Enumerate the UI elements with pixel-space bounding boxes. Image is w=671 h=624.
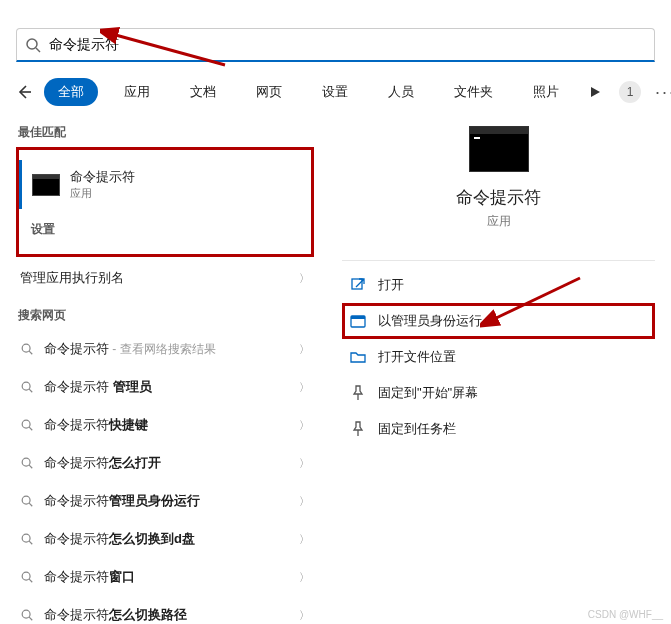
web-result-item[interactable]: 命令提示符 管理员 〉 <box>16 368 314 406</box>
svg-line-6 <box>29 389 32 392</box>
results-column: 最佳匹配 命令提示符 应用 设置 管理应用执行别名 〉 搜索网页 命令提示符 -… <box>16 114 318 624</box>
svg-line-10 <box>29 465 32 468</box>
chevron-right-icon: 〉 <box>299 532 310 547</box>
chevron-right-icon: 〉 <box>299 608 310 623</box>
best-match-box: 命令提示符 应用 设置 <box>16 147 314 257</box>
section-settings: 设置 <box>29 209 301 238</box>
chevron-right-icon: 〉 <box>299 570 310 585</box>
play-icon <box>589 86 601 98</box>
web-result-item[interactable]: 命令提示符怎么打开 〉 <box>16 444 314 482</box>
svg-point-11 <box>22 496 30 504</box>
search-icon <box>25 37 41 53</box>
svg-point-13 <box>22 534 30 542</box>
svg-rect-21 <box>351 316 365 319</box>
web-result-item[interactable]: 命令提示符 - 查看网络搜索结果 〉 <box>16 330 314 368</box>
search-icon <box>20 608 34 622</box>
best-match-item[interactable]: 命令提示符 应用 <box>19 160 301 209</box>
chevron-right-icon: 〉 <box>299 418 310 433</box>
search-icon <box>20 570 34 584</box>
app-icon-large <box>469 126 529 172</box>
action-open[interactable]: 打开 <box>342 267 655 303</box>
pin-icon <box>350 385 366 401</box>
search-icon <box>20 456 34 470</box>
svg-point-17 <box>22 610 30 618</box>
tab-all[interactable]: 全部 <box>44 78 98 106</box>
tab-people[interactable]: 人员 <box>374 78 428 106</box>
svg-point-15 <box>22 572 30 580</box>
action-folder[interactable]: 打开文件位置 <box>342 339 655 375</box>
chevron-right-icon: 〉 <box>299 456 310 471</box>
tab-docs[interactable]: 文档 <box>176 78 230 106</box>
web-result-item[interactable]: 命令提示符管理员身份运行 〉 <box>16 482 314 520</box>
more-button[interactable]: ··· <box>655 82 671 103</box>
tab-web[interactable]: 网页 <box>242 78 296 106</box>
svg-line-18 <box>29 617 32 620</box>
settings-item[interactable]: 管理应用执行别名 〉 <box>16 259 314 297</box>
action-pin[interactable]: 固定到"开始"屏幕 <box>342 375 655 411</box>
notification-badge[interactable]: 1 <box>619 81 641 103</box>
svg-rect-19 <box>352 279 362 289</box>
best-match-name: 命令提示符 <box>70 168 135 186</box>
action-admin[interactable]: 以管理员身份运行 <box>342 303 655 339</box>
chevron-right-icon: 〉 <box>299 271 310 286</box>
svg-point-0 <box>27 39 37 49</box>
search-icon <box>20 380 34 394</box>
play-button[interactable] <box>585 82 605 102</box>
web-result-item[interactable]: 命令提示符窗口 〉 <box>16 558 314 596</box>
svg-point-5 <box>22 382 30 390</box>
admin-icon <box>350 313 366 329</box>
svg-point-9 <box>22 458 30 466</box>
search-icon <box>20 342 34 356</box>
cmd-icon <box>32 174 60 196</box>
tab-photos[interactable]: 照片 <box>519 78 573 106</box>
search-bar[interactable] <box>16 28 655 62</box>
open-icon <box>350 277 366 293</box>
web-result-item[interactable]: 命令提示符怎么切换到d盘 〉 <box>16 520 314 558</box>
section-web: 搜索网页 <box>16 297 314 330</box>
folder-icon <box>350 349 366 365</box>
web-result-item[interactable]: 命令提示符怎么切换路径 〉 <box>16 596 314 624</box>
separator <box>342 260 655 261</box>
arrow-left-icon <box>16 84 32 100</box>
svg-line-14 <box>29 541 32 544</box>
search-icon <box>20 494 34 508</box>
preview-sub: 应用 <box>487 213 511 230</box>
search-input[interactable] <box>49 37 646 53</box>
chevron-right-icon: 〉 <box>299 342 310 357</box>
search-icon <box>20 418 34 432</box>
svg-point-3 <box>22 344 30 352</box>
search-icon <box>20 532 34 546</box>
svg-line-1 <box>36 48 40 52</box>
watermark: CSDN @WHF__ <box>588 609 663 620</box>
tab-apps[interactable]: 应用 <box>110 78 164 106</box>
back-button[interactable] <box>16 78 32 106</box>
tab-folders[interactable]: 文件夹 <box>440 78 507 106</box>
section-best-match: 最佳匹配 <box>16 114 314 147</box>
chevron-right-icon: 〉 <box>299 494 310 509</box>
tabs-row: 全部 应用 文档 网页 设置 人员 文件夹 照片 1 ··· <box>0 70 671 114</box>
action-pin[interactable]: 固定到任务栏 <box>342 411 655 447</box>
svg-line-16 <box>29 579 32 582</box>
svg-point-7 <box>22 420 30 428</box>
svg-line-4 <box>29 351 32 354</box>
web-result-item[interactable]: 命令提示符快捷键 〉 <box>16 406 314 444</box>
svg-line-8 <box>29 427 32 430</box>
best-match-sub: 应用 <box>70 186 135 201</box>
chevron-right-icon: 〉 <box>299 380 310 395</box>
preview-column: 命令提示符 应用 打开以管理员身份运行打开文件位置固定到"开始"屏幕固定到任务栏 <box>318 114 655 624</box>
tab-settings[interactable]: 设置 <box>308 78 362 106</box>
preview-name: 命令提示符 <box>456 186 541 209</box>
pin-icon <box>350 421 366 437</box>
svg-line-12 <box>29 503 32 506</box>
